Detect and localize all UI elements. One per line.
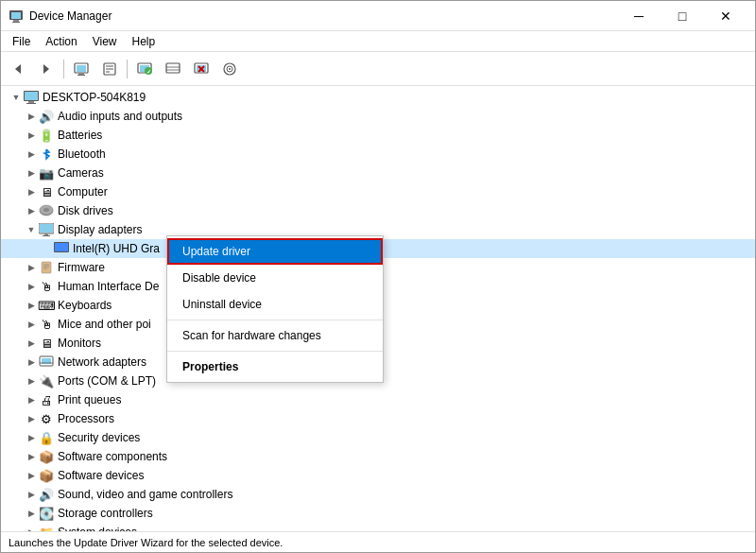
main-content: ▼ DESKTOP-504K819 ▶ 🔊 Audio inputs and o… xyxy=(1,86,755,531)
window-title: Device Manager xyxy=(29,9,617,23)
processors-expand[interactable]: ▶ xyxy=(24,411,39,426)
menu-view[interactable]: View xyxy=(85,33,125,50)
disk-label: Disk drives xyxy=(58,204,113,217)
minimize-button[interactable]: ─ xyxy=(617,1,661,31)
svg-rect-37 xyxy=(44,233,48,235)
tree-bluetooth[interactable]: ▶ Bluetooth xyxy=(1,145,755,164)
svg-rect-40 xyxy=(55,243,68,251)
audio-expand[interactable]: ▶ xyxy=(24,109,39,124)
tree-storage[interactable]: ▶ 💽 Storage controllers xyxy=(1,504,755,523)
ctx-update-label: Update driver xyxy=(182,245,250,258)
computer-button[interactable] xyxy=(68,56,94,82)
mice-expand[interactable]: ▶ xyxy=(24,317,39,332)
security-icon: 🔒 xyxy=(39,430,54,445)
properties-button[interactable] xyxy=(96,56,123,82)
ctx-separator-1 xyxy=(167,320,383,320)
print-expand[interactable]: ▶ xyxy=(24,392,39,407)
firmware-expand[interactable]: ▶ xyxy=(24,260,39,275)
bluetooth-expand[interactable]: ▶ xyxy=(24,147,39,162)
network-icon xyxy=(39,354,54,370)
menu-file[interactable]: File xyxy=(5,33,38,50)
disk-expand[interactable]: ▶ xyxy=(24,203,39,218)
tree-sound[interactable]: ▶ 🔊 Sound, video and game controllers xyxy=(1,485,755,504)
svg-rect-30 xyxy=(28,101,34,103)
storage-icon: 💽 xyxy=(39,506,54,521)
swdev-icon: 📦 xyxy=(39,468,54,483)
uninstall-button[interactable] xyxy=(188,56,215,82)
tree-system[interactable]: ▶ 📁 System devices xyxy=(1,523,755,531)
tree-audio[interactable]: ▶ 🔊 Audio inputs and outputs xyxy=(1,107,755,126)
menu-action[interactable]: Action xyxy=(38,33,84,50)
display-toggle-button[interactable] xyxy=(160,56,186,82)
swcomp-label: Software components xyxy=(58,450,167,463)
intel-icon xyxy=(54,241,69,256)
keyboards-label: Keyboards xyxy=(58,299,112,312)
audio-icon: 🔊 xyxy=(39,109,54,124)
ctx-properties[interactable]: Properties xyxy=(167,354,383,380)
mice-label: Mice and other poi xyxy=(58,318,151,331)
ports-icon: 🔌 xyxy=(39,373,54,389)
svg-rect-3 xyxy=(12,22,20,23)
display-label: Display adapters xyxy=(58,223,142,236)
sound-icon: 🔊 xyxy=(39,487,54,502)
tree-disk[interactable]: ▶ Disk drives xyxy=(1,201,755,220)
title-icon xyxy=(9,9,24,24)
ports-label: Ports (COM & LPT) xyxy=(58,374,156,388)
tree-computer[interactable]: ▶ 🖥 Computer xyxy=(1,182,755,201)
hid-expand[interactable]: ▶ xyxy=(24,279,39,294)
toolbar: ✓ xyxy=(1,52,755,86)
svg-rect-38 xyxy=(43,235,50,236)
swdev-expand[interactable]: ▶ xyxy=(24,468,39,483)
cameras-expand[interactable]: ▶ xyxy=(24,165,39,181)
tree-swcomp[interactable]: ▶ 📦 Software components xyxy=(1,447,755,466)
window-controls: ─ □ ✕ xyxy=(617,1,747,31)
network-label: Network adapters xyxy=(58,355,146,369)
monitors-label: Monitors xyxy=(58,337,101,350)
security-expand[interactable]: ▶ xyxy=(24,430,39,445)
toolbar-separator-1 xyxy=(63,60,64,78)
tree-root[interactable]: ▼ DESKTOP-504K819 xyxy=(1,88,755,107)
svg-rect-1 xyxy=(11,12,21,19)
swcomp-expand[interactable]: ▶ xyxy=(24,449,39,464)
display-expand[interactable]: ▼ xyxy=(24,222,39,237)
sound-expand[interactable]: ▶ xyxy=(24,487,39,502)
close-button[interactable]: ✕ xyxy=(704,1,747,31)
system-label: System devices xyxy=(58,526,137,531)
monitors-expand[interactable]: ▶ xyxy=(24,336,39,351)
tree-print[interactable]: ▶ 🖨 Print queues xyxy=(1,390,755,409)
monitors-icon: 🖥 xyxy=(39,336,54,351)
ctx-uninstall-device[interactable]: Uninstall device xyxy=(167,291,383,318)
ctx-update-driver[interactable]: Update driver xyxy=(167,238,383,265)
intel-label: Intel(R) UHD Gra xyxy=(73,242,160,255)
svg-rect-8 xyxy=(78,73,84,75)
tree-batteries[interactable]: ▶ 🔋 Batteries xyxy=(1,126,755,145)
storage-expand[interactable]: ▶ xyxy=(24,506,39,521)
ctx-disable-device[interactable]: Disable device xyxy=(167,265,383,291)
back-button[interactable] xyxy=(5,56,31,82)
firmware-label: Firmware xyxy=(58,261,105,274)
tree-cameras[interactable]: ▶ 📷 Cameras xyxy=(1,164,755,182)
scan-hardware-button[interactable] xyxy=(216,56,243,82)
device-icon-button[interactable]: ✓ xyxy=(131,56,158,82)
ctx-scan-hardware[interactable]: Scan for hardware changes xyxy=(167,322,383,349)
keyboards-icon: ⌨ xyxy=(39,298,54,313)
computer-expand[interactable]: ▶ xyxy=(24,184,39,199)
storage-label: Storage controllers xyxy=(58,507,153,520)
ports-expand[interactable]: ▶ xyxy=(24,373,39,389)
forward-button[interactable] xyxy=(33,56,60,82)
system-expand[interactable]: ▶ xyxy=(24,525,39,531)
maximize-button[interactable]: □ xyxy=(661,1,704,31)
status-bar: Launches the Update Driver Wizard for th… xyxy=(1,531,755,552)
tree-processors[interactable]: ▶ ⚙ Processors xyxy=(1,409,755,428)
network-expand[interactable]: ▶ xyxy=(24,354,39,370)
menu-help[interactable]: Help xyxy=(125,33,163,50)
expand-icon[interactable]: ▼ xyxy=(9,90,24,105)
device-manager-window: Device Manager ─ □ ✕ File Action View He… xyxy=(0,0,756,553)
context-menu: Update driver Disable device Uninstall d… xyxy=(166,235,384,383)
root-label: DESKTOP-504K819 xyxy=(43,91,146,104)
cameras-icon: 📷 xyxy=(39,165,54,181)
title-bar: Device Manager ─ □ ✕ xyxy=(1,1,755,31)
tree-security[interactable]: ▶ 🔒 Security devices xyxy=(1,428,755,447)
tree-swdev[interactable]: ▶ 📦 Software devices xyxy=(1,466,755,485)
batteries-expand[interactable]: ▶ xyxy=(24,128,39,143)
